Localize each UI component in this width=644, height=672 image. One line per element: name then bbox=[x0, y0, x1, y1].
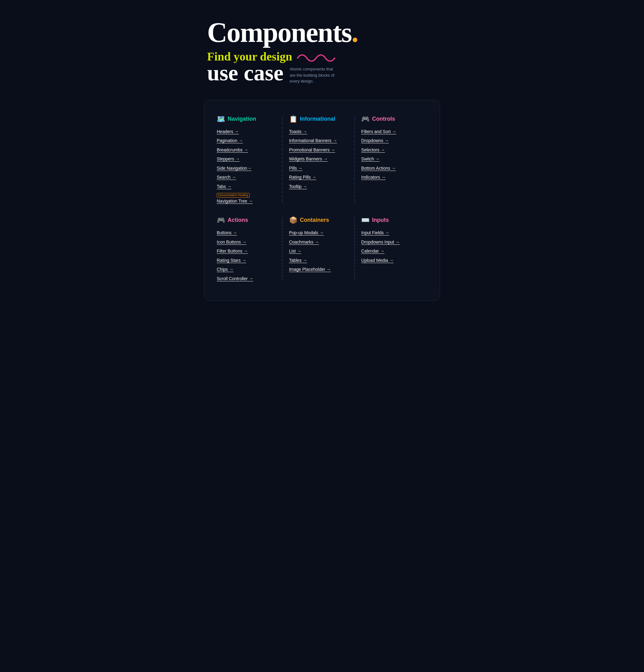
squiggle-decoration bbox=[296, 50, 336, 63]
hero-description: Atomic components that are the building … bbox=[290, 66, 339, 84]
link-pop-up-modals-[interactable]: Pop-up Modals → bbox=[289, 230, 349, 236]
category-containers: 📦ContainersPop-up Modals →Coachmarks →Li… bbox=[289, 217, 355, 282]
link-search-[interactable]: Search → bbox=[217, 175, 276, 181]
category-navigation: 🗺️NavigationHeaders →Pagination →Breadcr… bbox=[217, 116, 283, 204]
hero-section: Components. Find your design use case At… bbox=[204, 19, 440, 84]
category-icon-inputs: ⌨️ bbox=[361, 217, 370, 224]
link-pills-[interactable]: Pills → bbox=[289, 165, 349, 171]
category-links-informational: Toasts →Informational Banners →Promotion… bbox=[289, 129, 349, 190]
link-scroll-controller-[interactable]: Scroll Controller → bbox=[217, 276, 276, 282]
link-icon-buttons-[interactable]: Icon Buttons → bbox=[217, 239, 276, 245]
category-header-actions: 🎮Actions bbox=[217, 217, 276, 224]
category-title-actions: Actions bbox=[227, 217, 248, 224]
categories-grid: 🗺️NavigationHeaders →Pagination →Breadcr… bbox=[217, 116, 427, 282]
link-breadcrumbs-[interactable]: Breadcrumbs → bbox=[217, 147, 276, 153]
link-widgets-banners-[interactable]: Widgets Banners → bbox=[289, 156, 349, 162]
link-calendar-[interactable]: Calendar → bbox=[361, 248, 427, 254]
category-icon-containers: 📦 bbox=[289, 217, 297, 224]
hero-title-text: Components bbox=[207, 17, 351, 48]
category-title-containers: Containers bbox=[300, 217, 329, 224]
link-rating-pills-[interactable]: Rating Pills → bbox=[289, 175, 349, 181]
link-tables-[interactable]: Tables → bbox=[289, 257, 349, 264]
category-actions: 🎮ActionsButtons →Icon Buttons →Filter Bu… bbox=[217, 217, 283, 282]
link-tooltip-[interactable]: Tooltip → bbox=[289, 184, 349, 190]
category-icon-actions: 🎮 bbox=[217, 217, 225, 224]
link-side-navigation[interactable]: Side Navigation→ bbox=[217, 165, 276, 171]
link-dropdowns-[interactable]: Dropdowns → bbox=[361, 138, 427, 144]
column-divider bbox=[354, 116, 355, 204]
link-steppers-[interactable]: Steppers → bbox=[217, 156, 276, 162]
link-bottom-actions-[interactable]: Bottom Actions → bbox=[361, 165, 427, 171]
category-icon-informational: 📋 bbox=[289, 116, 297, 122]
link-list-[interactable]: List → bbox=[289, 248, 349, 254]
hero-title: Components. bbox=[207, 19, 440, 47]
category-links-actions: Buttons →Icon Buttons →Filter Buttons →R… bbox=[217, 230, 276, 282]
column-divider bbox=[282, 116, 283, 204]
link-indicators-[interactable]: Indicators → bbox=[361, 175, 427, 181]
category-header-inputs: ⌨️Inputs bbox=[361, 217, 427, 224]
link-filters-and-sort-[interactable]: Filters and Sort → bbox=[361, 129, 427, 135]
column-divider bbox=[354, 217, 355, 282]
category-controls: 🎮ControlsFilters and Sort →Dropdowns →Se… bbox=[361, 116, 427, 204]
link-headers-[interactable]: Headers → bbox=[217, 129, 276, 135]
documentation-pending-badge: Documentation Pending bbox=[217, 193, 250, 198]
link-filter-buttons-[interactable]: Filter Buttons → bbox=[217, 248, 276, 254]
link-with-badge: Documentation PendingNavigation Tree → bbox=[217, 193, 276, 204]
link-coachmarks-[interactable]: Coachmarks → bbox=[289, 239, 349, 245]
category-icon-navigation: 🗺️ bbox=[217, 116, 225, 122]
category-header-containers: 📦Containers bbox=[289, 217, 349, 224]
link-promotional-banners-[interactable]: Promotional Banners → bbox=[289, 147, 349, 153]
link-toasts-[interactable]: Toasts → bbox=[289, 129, 349, 135]
link-buttons-[interactable]: Buttons → bbox=[217, 230, 276, 236]
category-links-controls: Filters and Sort →Dropdowns →Selectors →… bbox=[361, 129, 427, 181]
category-links-navigation: Headers →Pagination →Breadcrumbs →Steppe… bbox=[217, 129, 276, 204]
link-upload-media-[interactable]: Upload Media → bbox=[361, 257, 427, 264]
link-chips-[interactable]: Chips → bbox=[217, 266, 276, 273]
link-dropdowns-input-[interactable]: Dropdowns Input → bbox=[361, 239, 427, 245]
components-card: 🗺️NavigationHeaders →Pagination →Breadcr… bbox=[204, 100, 440, 301]
category-title-inputs: Inputs bbox=[372, 217, 389, 224]
hero-usecase-row: use case Atomic components that are the … bbox=[207, 62, 440, 84]
category-icon-controls: 🎮 bbox=[361, 116, 370, 122]
category-links-containers: Pop-up Modals →Coachmarks →List →Tables … bbox=[289, 230, 349, 273]
hero-usecase: use case bbox=[207, 62, 283, 84]
category-informational: 📋InformationalToasts →Informational Bann… bbox=[289, 116, 355, 204]
category-title-controls: Controls bbox=[372, 116, 395, 122]
link-switch-[interactable]: Switch → bbox=[361, 156, 427, 162]
link-pagination-[interactable]: Pagination → bbox=[217, 138, 276, 144]
link-image-placeholder-[interactable]: Image Placeholder → bbox=[289, 266, 349, 273]
column-divider bbox=[282, 217, 283, 282]
category-title-informational: Informational bbox=[300, 116, 335, 122]
link-rating-stars-[interactable]: Rating Stars → bbox=[217, 257, 276, 264]
link-input-fields-[interactable]: Input Fields → bbox=[361, 230, 427, 236]
link-selectors-[interactable]: Selectors → bbox=[361, 147, 427, 153]
category-inputs: ⌨️InputsInput Fields →Dropdowns Input →C… bbox=[361, 217, 427, 282]
hero-dot: . bbox=[351, 17, 358, 48]
category-title-navigation: Navigation bbox=[227, 116, 256, 122]
link-tabs-[interactable]: Tabs → bbox=[217, 184, 276, 190]
link-informational-banners-[interactable]: Informational Banners → bbox=[289, 138, 349, 144]
category-header-controls: 🎮Controls bbox=[361, 116, 427, 122]
category-header-informational: 📋Informational bbox=[289, 116, 349, 122]
category-links-inputs: Input Fields →Dropdowns Input →Calendar … bbox=[361, 230, 427, 263]
link-navigation-tree-[interactable]: Navigation Tree → bbox=[217, 198, 253, 204]
category-header-navigation: 🗺️Navigation bbox=[217, 116, 276, 122]
